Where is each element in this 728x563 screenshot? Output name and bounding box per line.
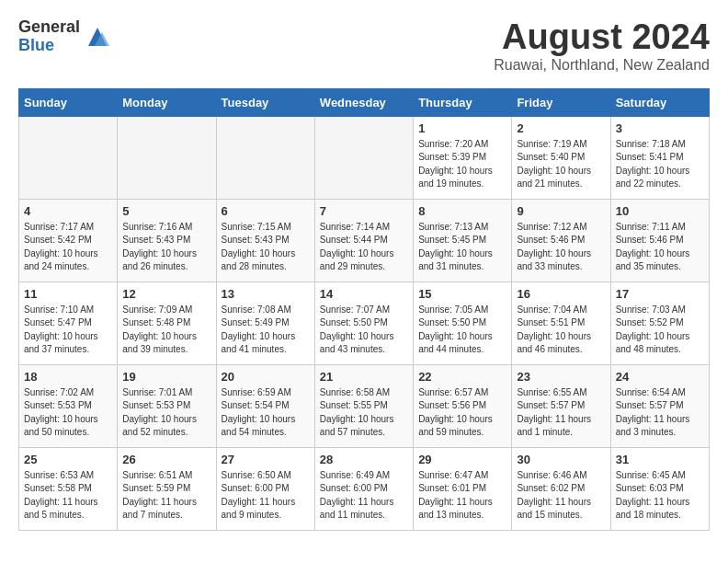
day-number: 28 [320, 453, 408, 466]
calendar-cell: 30Sunrise: 6:46 AM Sunset: 6:02 PM Dayli… [512, 447, 610, 530]
day-info: Sunrise: 7:07 AM Sunset: 5:50 PM Dayligh… [320, 304, 408, 357]
calendar-cell: 21Sunrise: 6:58 AM Sunset: 5:55 PM Dayli… [314, 364, 413, 447]
calendar-cell: 17Sunrise: 7:03 AM Sunset: 5:52 PM Dayli… [610, 282, 709, 364]
week-row-1: 1Sunrise: 7:20 AM Sunset: 5:39 PM Daylig… [19, 116, 710, 199]
calendar-cell: 18Sunrise: 7:02 AM Sunset: 5:53 PM Dayli… [19, 364, 118, 447]
weekday-header-saturday: Saturday [610, 88, 709, 116]
day-number: 19 [122, 370, 210, 384]
day-number: 5 [122, 204, 210, 218]
weekday-header-thursday: Thursday [414, 88, 512, 116]
logo-icon [84, 23, 111, 51]
day-number: 8 [418, 204, 506, 218]
day-info: Sunrise: 6:45 AM Sunset: 6:03 PM Dayligh… [616, 469, 704, 523]
day-info: Sunrise: 6:51 AM Sunset: 5:59 PM Dayligh… [122, 469, 210, 523]
day-number: 3 [616, 121, 704, 135]
calendar-cell: 24Sunrise: 6:54 AM Sunset: 5:57 PM Dayli… [610, 364, 709, 447]
day-number: 18 [24, 370, 112, 384]
month-title: August 2024 [494, 18, 710, 57]
day-number: 31 [616, 453, 704, 466]
calendar-cell: 5Sunrise: 7:16 AM Sunset: 5:43 PM Daylig… [118, 199, 216, 282]
day-number: 11 [24, 287, 112, 301]
day-info: Sunrise: 6:53 AM Sunset: 5:58 PM Dayligh… [24, 469, 112, 523]
day-info: Sunrise: 7:02 AM Sunset: 5:53 PM Dayligh… [24, 386, 112, 440]
day-info: Sunrise: 6:50 AM Sunset: 6:00 PM Dayligh… [222, 469, 310, 523]
day-info: Sunrise: 7:18 AM Sunset: 5:41 PM Dayligh… [616, 138, 704, 191]
day-number: 10 [616, 204, 704, 218]
day-info: Sunrise: 7:10 AM Sunset: 5:47 PM Dayligh… [24, 304, 112, 357]
day-info: Sunrise: 7:17 AM Sunset: 5:42 PM Dayligh… [24, 221, 112, 274]
day-info: Sunrise: 7:15 AM Sunset: 5:43 PM Dayligh… [222, 221, 310, 274]
calendar-cell: 1Sunrise: 7:20 AM Sunset: 5:39 PM Daylig… [414, 116, 512, 199]
weekday-header-friday: Friday [512, 88, 610, 116]
day-info: Sunrise: 7:04 AM Sunset: 5:51 PM Dayligh… [517, 304, 605, 357]
calendar-cell: 14Sunrise: 7:07 AM Sunset: 5:50 PM Dayli… [314, 282, 413, 364]
day-info: Sunrise: 7:14 AM Sunset: 5:44 PM Dayligh… [320, 221, 408, 274]
calendar-cell: 26Sunrise: 6:51 AM Sunset: 5:59 PM Dayli… [118, 447, 216, 530]
day-number: 22 [418, 370, 506, 384]
day-number: 30 [517, 453, 605, 466]
calendar-cell: 22Sunrise: 6:57 AM Sunset: 5:56 PM Dayli… [414, 364, 512, 447]
day-info: Sunrise: 7:03 AM Sunset: 5:52 PM Dayligh… [616, 304, 704, 357]
calendar-cell: 8Sunrise: 7:13 AM Sunset: 5:45 PM Daylig… [414, 199, 512, 282]
day-info: Sunrise: 6:54 AM Sunset: 5:57 PM Dayligh… [616, 386, 704, 440]
calendar-cell: 13Sunrise: 7:08 AM Sunset: 5:49 PM Dayli… [216, 282, 314, 364]
calendar-cell: 27Sunrise: 6:50 AM Sunset: 6:00 PM Dayli… [216, 447, 314, 530]
day-info: Sunrise: 7:16 AM Sunset: 5:43 PM Dayligh… [122, 221, 210, 274]
day-number: 27 [222, 453, 310, 466]
day-info: Sunrise: 7:08 AM Sunset: 5:49 PM Dayligh… [222, 304, 310, 357]
day-info: Sunrise: 6:49 AM Sunset: 6:00 PM Dayligh… [320, 469, 408, 523]
day-number: 13 [222, 287, 310, 301]
day-number: 17 [616, 287, 704, 301]
calendar-cell: 3Sunrise: 7:18 AM Sunset: 5:41 PM Daylig… [610, 116, 709, 199]
calendar-cell: 16Sunrise: 7:04 AM Sunset: 5:51 PM Dayli… [512, 282, 610, 364]
calendar-cell: 31Sunrise: 6:45 AM Sunset: 6:03 PM Dayli… [610, 447, 709, 530]
day-info: Sunrise: 7:01 AM Sunset: 5:53 PM Dayligh… [122, 386, 210, 440]
week-row-4: 18Sunrise: 7:02 AM Sunset: 5:53 PM Dayli… [19, 364, 710, 447]
calendar-cell: 10Sunrise: 7:11 AM Sunset: 5:46 PM Dayli… [610, 199, 709, 282]
day-info: Sunrise: 6:59 AM Sunset: 5:54 PM Dayligh… [222, 386, 310, 440]
day-number: 24 [616, 370, 704, 384]
day-number: 16 [517, 287, 605, 301]
day-info: Sunrise: 7:09 AM Sunset: 5:48 PM Dayligh… [122, 304, 210, 357]
day-info: Sunrise: 7:12 AM Sunset: 5:46 PM Dayligh… [517, 221, 605, 274]
day-number: 1 [418, 121, 506, 135]
day-number: 26 [122, 453, 210, 466]
day-number: 6 [222, 204, 310, 218]
day-number: 14 [320, 287, 408, 301]
calendar-table: SundayMondayTuesdayWednesdayThursdayFrid… [18, 88, 710, 531]
day-number: 12 [122, 287, 210, 301]
day-info: Sunrise: 6:57 AM Sunset: 5:56 PM Dayligh… [418, 386, 506, 440]
calendar-cell: 6Sunrise: 7:15 AM Sunset: 5:43 PM Daylig… [216, 199, 314, 282]
calendar-cell: 9Sunrise: 7:12 AM Sunset: 5:46 PM Daylig… [512, 199, 610, 282]
calendar-cell: 19Sunrise: 7:01 AM Sunset: 5:53 PM Dayli… [118, 364, 216, 447]
day-number: 7 [320, 204, 408, 218]
weekday-header-sunday: Sunday [19, 88, 118, 116]
weekday-header-wednesday: Wednesday [314, 88, 413, 116]
day-info: Sunrise: 6:46 AM Sunset: 6:02 PM Dayligh… [517, 469, 605, 523]
day-number: 2 [517, 121, 605, 135]
day-info: Sunrise: 6:58 AM Sunset: 5:55 PM Dayligh… [320, 386, 408, 440]
title-block: August 2024 Ruawai, Northland, New Zeala… [494, 18, 710, 74]
location: Ruawai, Northland, New Zealand [494, 57, 710, 74]
calendar-cell: 29Sunrise: 6:47 AM Sunset: 6:01 PM Dayli… [414, 447, 512, 530]
calendar-cell: 4Sunrise: 7:17 AM Sunset: 5:42 PM Daylig… [19, 199, 118, 282]
calendar-cell: 12Sunrise: 7:09 AM Sunset: 5:48 PM Dayli… [118, 282, 216, 364]
day-info: Sunrise: 7:19 AM Sunset: 5:40 PM Dayligh… [517, 138, 605, 191]
day-info: Sunrise: 7:05 AM Sunset: 5:50 PM Dayligh… [418, 304, 506, 357]
day-info: Sunrise: 7:20 AM Sunset: 5:39 PM Dayligh… [418, 138, 506, 191]
day-info: Sunrise: 7:11 AM Sunset: 5:46 PM Dayligh… [616, 221, 704, 274]
calendar-cell: 2Sunrise: 7:19 AM Sunset: 5:40 PM Daylig… [512, 116, 610, 199]
day-number: 21 [320, 370, 408, 384]
calendar-cell [118, 116, 216, 199]
day-number: 23 [517, 370, 605, 384]
day-info: Sunrise: 6:55 AM Sunset: 5:57 PM Dayligh… [517, 386, 605, 440]
calendar-cell [314, 116, 413, 199]
week-row-5: 25Sunrise: 6:53 AM Sunset: 5:58 PM Dayli… [19, 447, 710, 530]
week-row-3: 11Sunrise: 7:10 AM Sunset: 5:47 PM Dayli… [19, 282, 710, 364]
day-number: 15 [418, 287, 506, 301]
logo-blue-text: Blue [18, 37, 80, 55]
day-info: Sunrise: 6:47 AM Sunset: 6:01 PM Dayligh… [418, 469, 506, 523]
weekday-header-monday: Monday [118, 88, 216, 116]
calendar-cell: 7Sunrise: 7:14 AM Sunset: 5:44 PM Daylig… [314, 199, 413, 282]
week-row-2: 4Sunrise: 7:17 AM Sunset: 5:42 PM Daylig… [19, 199, 710, 282]
